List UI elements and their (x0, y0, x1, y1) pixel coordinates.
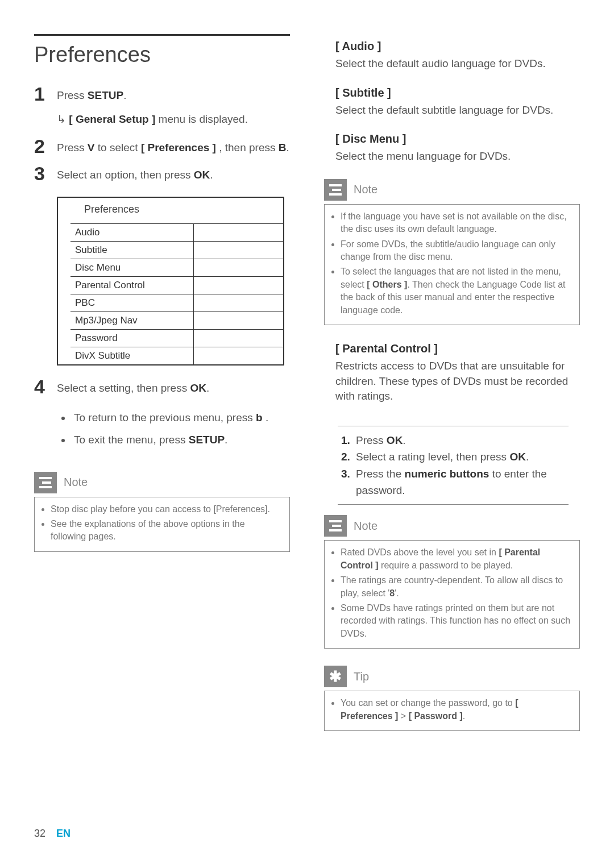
menu-item: Parental Control (70, 277, 194, 294)
step-1: 1 Press SETUP. (34, 84, 290, 103)
note-title: Note (64, 476, 88, 489)
list-item: Rated DVDs above the level you set in [ … (341, 546, 571, 572)
text: SETUP (88, 89, 123, 101)
menu-item: Disc Menu (70, 259, 194, 276)
menu-item: Mp3/Jpeg Nav (70, 312, 194, 329)
menu-row: Disc Menu (70, 259, 283, 276)
note-title: Note (354, 520, 377, 533)
audio-body: Select the default audio language for DV… (335, 56, 580, 72)
note-callout: Note Rated DVDs above the level you set … (324, 515, 580, 649)
note-callout: Note Stop disc play before you can acces… (34, 472, 290, 552)
menu-row: Audio (70, 223, 283, 241)
tip-icon: ✱ (324, 666, 347, 687)
list-item: To return to the previous menu, press b … (72, 410, 290, 426)
list-item: Stop disc play before you can access to … (51, 503, 281, 516)
list-item: If the language you have set is not avai… (341, 210, 571, 236)
tip-callout: ✱ Tip You can set or change the password… (324, 666, 580, 731)
discmenu-body: Select the menu language for DVDs. (335, 149, 580, 164)
step-number: 2 (34, 136, 57, 156)
text: to select (95, 142, 141, 153)
note-callout: Note If the language you have set is not… (324, 179, 580, 325)
page-number: 32 (34, 828, 45, 839)
menu-item: Password (70, 330, 194, 347)
menu-row: Parental Control (70, 276, 283, 294)
parental-body: Restricts access to DVDs that are unsuit… (335, 359, 580, 404)
step-4: 4 Select a setting, then press OK. (34, 377, 290, 396)
text: OK (194, 169, 210, 181)
step-3: 3 Select an option, then press OK. (34, 164, 290, 183)
list-item: See the explanations of the above option… (51, 518, 281, 543)
step-number: 4 (34, 377, 57, 396)
text: OK (190, 382, 206, 394)
text: menu is displayed. (155, 113, 248, 125)
note-icon (324, 515, 347, 537)
text: . (286, 142, 289, 153)
list-item: You can set or change the password, go t… (341, 697, 571, 722)
text: Press (57, 142, 88, 153)
audio-heading: [ Audio ] (335, 40, 580, 53)
list-item: Some DVDs have ratings printed on them b… (341, 602, 571, 640)
menu-row: PBC (70, 294, 283, 312)
parental-steps: 1.Press OK. 2.Select a rating level, the… (338, 426, 569, 505)
step-number: 1 (34, 84, 57, 103)
lang-code: EN (56, 828, 70, 839)
step-2: 2 Press V to select [ Preferences ] , th… (34, 136, 290, 156)
menu-item: Audio (70, 224, 194, 241)
menu-row: Subtitle (70, 241, 283, 259)
menu-title: Preferences (58, 198, 283, 223)
menu-item: Subtitle (70, 242, 194, 259)
text: Select a setting, then press (57, 382, 190, 394)
list-item: 2.Select a rating level, then press OK. (341, 448, 569, 465)
list-item: To select the languages that are not lis… (341, 265, 571, 317)
text: . (123, 89, 126, 101)
tip-title: Tip (354, 670, 369, 683)
step-number: 3 (34, 164, 57, 183)
text: Select an option, then press (57, 169, 194, 181)
parental-heading: [ Parental Control ] (335, 342, 580, 355)
text: . (206, 382, 209, 394)
list-item: The ratings are country-dependent. To al… (341, 574, 571, 600)
rule (34, 34, 290, 36)
text: . (210, 169, 213, 181)
menu-row: Mp3/Jpeg Nav (70, 312, 283, 329)
page-title: Preferences (34, 43, 290, 67)
list-item: 1.Press OK. (341, 432, 569, 448)
subtitle-body: Select the default subtitle language for… (335, 103, 580, 118)
menu-row: DivX Subtitle (70, 347, 283, 364)
preferences-menu: Preferences Audio Subtitle Disc Menu Par… (57, 197, 284, 366)
menu-row: Password (70, 329, 283, 347)
sub-bullets: To return to the previous menu, press b … (72, 410, 290, 455)
note-icon (34, 472, 57, 493)
note-icon (324, 179, 347, 201)
list-item: 3.Press the numeric buttons to enter the… (341, 466, 569, 499)
page-footer: 32 EN (34, 828, 70, 840)
subtitle-heading: [ Subtitle ] (335, 86, 580, 99)
text: , then press (216, 142, 279, 153)
discmenu-heading: [ Disc Menu ] (335, 132, 580, 146)
note-title: Note (354, 183, 377, 196)
text: B (279, 142, 287, 153)
menu-item: DivX Subtitle (70, 347, 194, 364)
list-item: For some DVDs, the subtitle/audio langua… (341, 238, 571, 264)
list-item: To exit the menu, press SETUP. (72, 432, 290, 448)
text: [ Preferences ] (141, 142, 216, 153)
text: [ General Setup ] (69, 113, 155, 125)
text: Press (57, 89, 88, 101)
menu-item: PBC (70, 294, 194, 312)
text: V (88, 142, 95, 153)
